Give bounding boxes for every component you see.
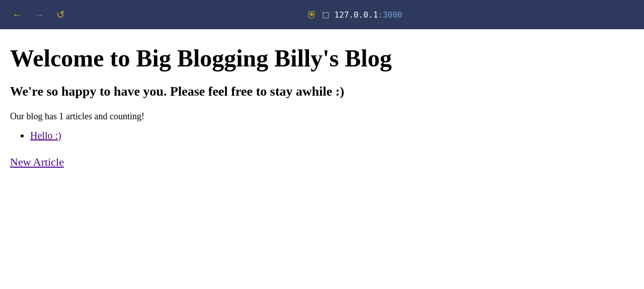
article-count: Our blog has 1 articles and counting! [10,111,634,122]
reload-button[interactable]: ↺ [54,9,67,21]
site-title: Welcome to Big Blogging Billy's Blog [10,44,634,72]
page-icon: ◻ [322,9,330,20]
new-article-link[interactable]: New Article [10,156,64,169]
back-button[interactable]: ← [10,9,24,21]
address-bar[interactable]: 127.0.0.1:3000 [335,10,403,20]
shield-icon: ⛨ [307,9,317,21]
articles-list: Hello :) [30,130,634,141]
address-bar-area: ⛨ ◻ 127.0.0.1:3000 [75,9,634,21]
browser-chrome: ← → ↺ ⛨ ◻ 127.0.0.1:3000 [0,0,644,29]
forward-button[interactable]: → [32,9,46,21]
address-port: :3000 [378,10,402,20]
page-content: Welcome to Big Blogging Billy's Blog We'… [0,29,644,289]
address-host: 127.0.0.1 [335,10,378,20]
list-item: Hello :) [30,130,634,141]
site-subtitle: We're so happy to have you. Please feel … [10,84,634,99]
article-link-hello[interactable]: Hello :) [30,130,61,141]
